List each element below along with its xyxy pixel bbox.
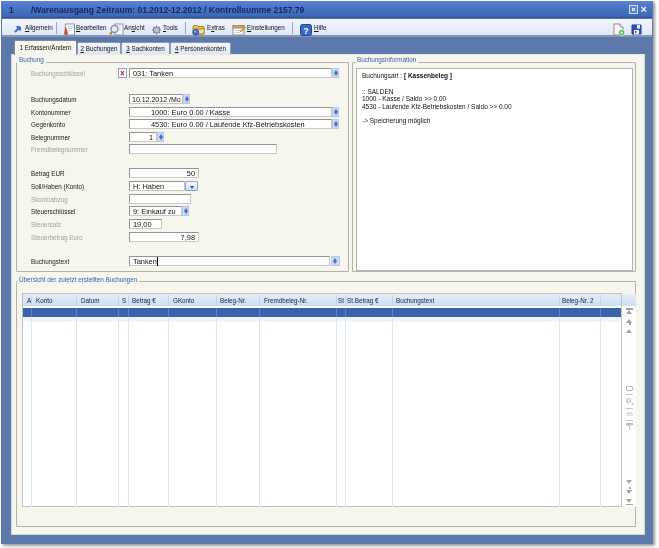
svg-text:?: ? [303,26,309,36]
